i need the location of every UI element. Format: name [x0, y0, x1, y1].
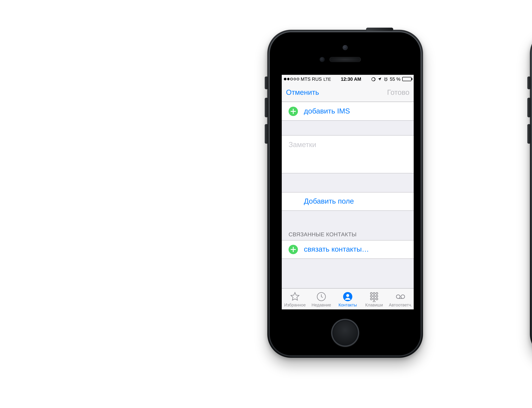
- volume-up-button[interactable]: [527, 98, 531, 117]
- add-field-label: Добавить поле: [304, 197, 354, 206]
- add-field-row[interactable]: Добавить поле: [282, 192, 414, 211]
- edit-contact-content[interactable]: добавить IMS Заметки Добавить поле СВЯЗА…: [282, 102, 414, 288]
- volume-down-button[interactable]: [265, 124, 268, 144]
- svg-point-5: [370, 292, 372, 294]
- volume-up-button[interactable]: [265, 98, 268, 117]
- tab-label: Клавиши: [365, 302, 383, 307]
- home-button[interactable]: [331, 319, 359, 347]
- tab-label: Контакты: [338, 302, 357, 307]
- volume-down-button[interactable]: [527, 124, 531, 144]
- svg-point-12: [373, 298, 375, 300]
- clock-label: 12:30 AM: [341, 76, 361, 82]
- keypad-icon: [369, 291, 380, 302]
- tab-bar: Избранное Недавние Контакты: [282, 288, 414, 309]
- location-icon: [378, 77, 382, 81]
- star-icon: [289, 291, 301, 302]
- link-contacts-row[interactable]: связать контакты…: [282, 240, 414, 259]
- screen-edit-contact: MTS RUS LTE 12:30 AM: [282, 75, 414, 309]
- svg-point-9: [373, 295, 375, 297]
- tab-keypad[interactable]: Клавиши: [361, 289, 387, 309]
- svg-point-11: [370, 298, 372, 300]
- svg-point-16: [401, 295, 405, 298]
- svg-point-15: [396, 295, 400, 298]
- voicemail-icon: [395, 291, 406, 302]
- power-button[interactable]: [366, 28, 393, 31]
- tab-label: Недавние: [311, 302, 331, 307]
- tab-label: Избранное: [284, 302, 306, 307]
- svg-point-7: [376, 292, 378, 294]
- contact-icon: [342, 291, 353, 302]
- earpiece-speaker: [329, 57, 361, 62]
- do-not-disturb-icon: [371, 77, 376, 81]
- status-bar: MTS RUS LTE 12:30 AM: [282, 75, 414, 83]
- svg-point-13: [376, 298, 378, 300]
- link-contacts-label: связать контакты…: [304, 245, 369, 254]
- alarm-icon: [383, 77, 388, 81]
- linked-contacts-header: СВЯЗАННЫЕ КОНТАКТЫ: [282, 211, 414, 240]
- plus-icon: [289, 245, 298, 254]
- tab-label: Автоответч.: [389, 302, 412, 307]
- notes-field[interactable]: Заметки: [282, 135, 414, 173]
- signal-strength-icon: [284, 78, 299, 80]
- done-button[interactable]: Готово: [387, 88, 409, 97]
- svg-point-6: [373, 292, 375, 294]
- svg-point-10: [376, 295, 378, 297]
- network-label: LTE: [323, 77, 331, 81]
- mute-switch[interactable]: [265, 76, 268, 89]
- tab-favorites[interactable]: Избранное: [282, 289, 308, 309]
- battery-icon: [402, 77, 412, 81]
- plus-icon: [289, 106, 298, 116]
- tab-contacts[interactable]: Контакты: [335, 289, 361, 309]
- svg-point-8: [370, 295, 372, 297]
- phone-right: MTS RUS LTE 12:30 AM: [530, 30, 532, 358]
- tab-voicemail[interactable]: Автоответч.: [387, 289, 414, 309]
- svg-point-14: [373, 301, 375, 302]
- clock-icon: [316, 291, 327, 302]
- tab-recents[interactable]: Недавние: [308, 289, 335, 309]
- add-ims-row[interactable]: добавить IMS: [282, 102, 414, 121]
- add-ims-label: добавить IMS: [304, 107, 350, 115]
- battery-pct-label: 55 %: [390, 76, 400, 82]
- svg-point-4: [346, 294, 349, 297]
- cancel-button[interactable]: Отменить: [286, 88, 319, 97]
- nav-bar: Отменить Готово: [282, 83, 414, 102]
- carrier-label: MTS RUS: [301, 76, 322, 82]
- notes-placeholder: Заметки: [289, 141, 316, 149]
- phone-left: MTS RUS LTE 12:30 AM: [267, 30, 423, 358]
- proximity-sensor: [320, 57, 325, 62]
- front-camera: [343, 45, 348, 50]
- mute-switch[interactable]: [527, 76, 531, 89]
